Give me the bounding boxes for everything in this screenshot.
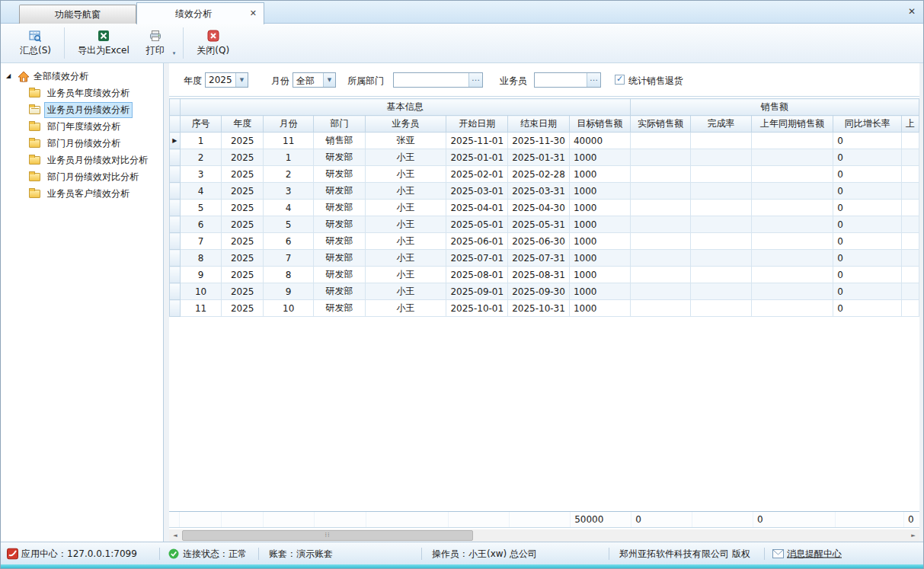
scroll-right-icon[interactable]: ► <box>907 529 919 542</box>
grid-cell[interactable]: 1 <box>180 133 222 149</box>
grid-cell[interactable] <box>630 233 691 250</box>
grid-cell[interactable]: 0 <box>833 200 902 216</box>
grid-cell[interactable]: 0 <box>833 300 902 317</box>
grid-cell[interactable]: 2025 <box>222 200 264 216</box>
grid-cell[interactable]: 研发部 <box>314 283 366 300</box>
department-browse-button[interactable]: … <box>468 73 482 87</box>
grid-column-header[interactable]: 结束日期 <box>508 116 570 133</box>
grid-row[interactable]: 220251研发部小王2025-01-012025-01-3110000 <box>170 149 919 166</box>
grid-cell[interactable]: 2025 <box>222 283 264 300</box>
grid-cell[interactable]: 2025 <box>222 166 264 183</box>
grid-cell[interactable]: 2025-07-31 <box>508 250 570 267</box>
grid-cell[interactable]: 2025-09-30 <box>508 283 570 300</box>
grid-cell[interactable] <box>901 166 919 183</box>
grid-cell[interactable]: 10 <box>180 283 222 300</box>
grid-cell[interactable]: 研发部 <box>314 267 366 283</box>
grid-cell[interactable] <box>691 133 751 149</box>
grid-cell[interactable]: 小王 <box>365 149 446 166</box>
chevron-down-icon[interactable]: ▼ <box>235 73 248 87</box>
grid-cell[interactable]: 2025 <box>222 267 264 283</box>
grid-cell[interactable]: 2025 <box>222 300 264 317</box>
grid-cell[interactable]: 研发部 <box>314 300 366 317</box>
grid-band-header[interactable]: 基本信息 <box>180 99 630 116</box>
grid-row[interactable]: 1020259研发部小王2025-09-012025-09-3010000 <box>170 283 919 300</box>
tree-item-3[interactable]: 部门年度绩效分析 <box>1 118 163 135</box>
grid-cell[interactable]: 1000 <box>569 267 630 283</box>
tree-item-2[interactable]: 业务员月份绩效分析 <box>1 101 163 118</box>
grid-cell[interactable]: 11 <box>180 300 222 317</box>
grid-cell[interactable]: 11 <box>264 133 314 149</box>
close-icon[interactable]: ✕ <box>908 6 916 17</box>
grid-cell[interactable] <box>691 233 751 250</box>
grid-cell[interactable]: 2025-03-01 <box>446 183 508 200</box>
grid-cell[interactable]: 研发部 <box>314 250 366 267</box>
grid-cell[interactable] <box>691 166 751 183</box>
grid-cell[interactable]: 2025 <box>222 216 264 233</box>
grid-cell[interactable] <box>901 149 919 166</box>
grid-cell[interactable] <box>751 267 833 283</box>
grid-cell[interactable]: 1 <box>264 149 314 166</box>
grid-cell[interactable]: 2025-01-31 <box>508 149 570 166</box>
grid-row[interactable]: 720256研发部小王2025-06-012025-06-3010000 <box>170 233 919 250</box>
grid-cell[interactable]: 小王 <box>365 250 446 267</box>
tree-item-7[interactable]: 业务员客户绩效分析 <box>1 185 163 202</box>
salesman-input[interactable] <box>535 73 587 87</box>
grid-row[interactable]: 420253研发部小王2025-03-012025-03-3110000 <box>170 183 919 200</box>
grid-cell[interactable] <box>751 149 833 166</box>
grid-column-header[interactable]: 目标销售额 <box>569 116 630 133</box>
tree-root-node[interactable]: ◢ 全部绩效分析 <box>1 68 163 85</box>
grid-cell[interactable]: 0 <box>833 283 902 300</box>
grid-cell[interactable]: 2025-02-01 <box>446 166 508 183</box>
grid-cell[interactable] <box>691 216 751 233</box>
salesman-browse-button[interactable]: … <box>587 73 600 87</box>
grid-column-header[interactable]: 月份 <box>264 116 314 133</box>
grid-cell[interactable]: 2025-05-31 <box>508 216 570 233</box>
grid-cell[interactable]: 2025-11-01 <box>446 133 508 149</box>
month-combobox[interactable]: 全部 ▼ <box>293 72 336 88</box>
grid-cell[interactable]: 4 <box>180 183 222 200</box>
grid-row[interactable]: 11202510研发部小王2025-10-012025-10-3110000 <box>170 300 919 317</box>
grid-cell[interactable] <box>691 200 751 216</box>
grid-column-header[interactable]: 上 <box>901 116 919 133</box>
grid-cell[interactable]: 2025-10-01 <box>446 300 508 317</box>
grid-row[interactable]: 820257研发部小王2025-07-012025-07-3110000 <box>170 250 919 267</box>
scroll-left-icon[interactable]: ◄ <box>169 529 181 542</box>
grid-cell[interactable]: 2025-05-01 <box>446 216 508 233</box>
grid-cell[interactable]: 2025 <box>222 183 264 200</box>
grid-cell[interactable]: 9 <box>264 283 314 300</box>
grid-cell[interactable] <box>751 133 833 149</box>
grid-cell[interactable]: 小王 <box>365 300 446 317</box>
grid-cell[interactable]: 0 <box>833 166 902 183</box>
grid-row[interactable]: ▶1202511销售部张亚2025-11-012025-11-30400000 <box>170 133 919 149</box>
grid-cell[interactable]: 8 <box>264 267 314 283</box>
grid-cell[interactable]: 1000 <box>569 216 630 233</box>
grid-cell[interactable] <box>630 183 691 200</box>
grid-cell[interactable]: 8 <box>180 250 222 267</box>
grid-cell[interactable]: 2025-03-31 <box>508 183 570 200</box>
grid-cell[interactable]: 研发部 <box>314 166 366 183</box>
grid-row[interactable]: 620255研发部小王2025-05-012025-05-3110000 <box>170 216 919 233</box>
grid-cell[interactable]: 2025-04-01 <box>446 200 508 216</box>
grid-cell[interactable] <box>691 300 751 317</box>
grid-cell[interactable]: 2025-10-31 <box>508 300 570 317</box>
grid-cell[interactable]: 研发部 <box>314 200 366 216</box>
grid-cell[interactable]: 0 <box>833 183 902 200</box>
grid-cell[interactable]: 2025-01-01 <box>446 149 508 166</box>
chevron-down-icon[interactable]: ▼ <box>323 73 335 87</box>
grid-cell[interactable]: 1000 <box>569 149 630 166</box>
grid-cell[interactable] <box>751 250 833 267</box>
grid-cell[interactable]: 2025 <box>222 149 264 166</box>
grid-cell[interactable] <box>751 216 833 233</box>
year-combobox[interactable]: 2025 ▼ <box>205 72 248 88</box>
export-excel-button[interactable]: 导出为Excel <box>69 25 138 61</box>
grid-cell[interactable] <box>691 149 751 166</box>
grid-cell[interactable] <box>901 250 919 267</box>
grid-cell[interactable] <box>630 200 691 216</box>
grid-cell[interactable]: 2 <box>180 149 222 166</box>
grid-column-header[interactable]: 上年同期销售额 <box>751 116 833 133</box>
grid-cell[interactable]: 2025-06-01 <box>446 233 508 250</box>
grid-cell[interactable] <box>751 300 833 317</box>
grid-cell[interactable]: 研发部 <box>314 149 366 166</box>
grid-cell[interactable] <box>630 283 691 300</box>
grid-cell[interactable]: 小王 <box>365 200 446 216</box>
